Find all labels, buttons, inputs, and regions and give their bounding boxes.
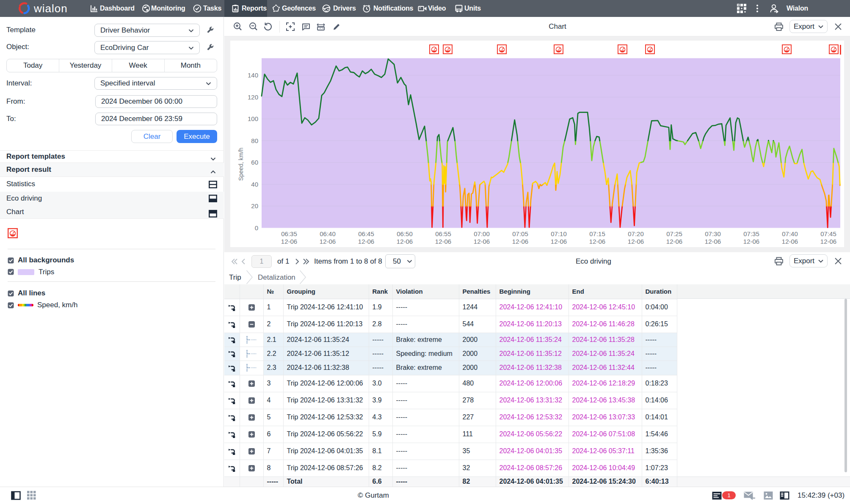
svg-text:06:45: 06:45 bbox=[358, 230, 374, 237]
svg-text:12-06: 12-06 bbox=[628, 238, 644, 245]
svg-text:12-06: 12-06 bbox=[435, 238, 451, 245]
svg-text:12-06: 12-06 bbox=[474, 238, 490, 245]
svg-text:Speed, km/h: Speed, km/h bbox=[237, 148, 244, 181]
svg-text:06:40: 06:40 bbox=[320, 230, 336, 237]
svg-text:12-06: 12-06 bbox=[281, 238, 297, 245]
svg-text:80: 80 bbox=[251, 137, 258, 144]
svg-text:12-06: 12-06 bbox=[782, 238, 798, 245]
svg-text:40: 40 bbox=[251, 181, 258, 188]
svg-text:12-06: 12-06 bbox=[743, 238, 759, 245]
svg-text:12-06: 12-06 bbox=[397, 238, 413, 245]
svg-text:12-06: 12-06 bbox=[320, 238, 336, 245]
svg-text:12-06: 12-06 bbox=[589, 238, 605, 245]
svg-text:06:50: 06:50 bbox=[397, 230, 413, 237]
svg-text:140: 140 bbox=[248, 72, 258, 79]
svg-text:60: 60 bbox=[251, 159, 258, 166]
svg-text:06:35: 06:35 bbox=[281, 230, 297, 237]
svg-text:12-06: 12-06 bbox=[820, 238, 836, 245]
svg-text:07:40: 07:40 bbox=[782, 230, 798, 237]
svg-text:12-06: 12-06 bbox=[512, 238, 528, 245]
svg-text:20: 20 bbox=[251, 202, 258, 209]
svg-text:07:20: 07:20 bbox=[628, 230, 644, 237]
svg-text:07:30: 07:30 bbox=[705, 230, 721, 237]
svg-text:06:55: 06:55 bbox=[435, 230, 451, 237]
svg-text:07:00: 07:00 bbox=[474, 230, 490, 237]
svg-text:12-06: 12-06 bbox=[705, 238, 721, 245]
svg-text:100: 100 bbox=[248, 115, 258, 122]
svg-text:12-06: 12-06 bbox=[666, 238, 682, 245]
svg-text:07:10: 07:10 bbox=[551, 230, 567, 237]
svg-text:120: 120 bbox=[248, 94, 258, 101]
svg-text:12-06: 12-06 bbox=[358, 238, 374, 245]
svg-text:07:35: 07:35 bbox=[743, 230, 759, 237]
svg-text:07:25: 07:25 bbox=[666, 230, 682, 237]
svg-text:07:15: 07:15 bbox=[589, 230, 605, 237]
svg-text:07:45: 07:45 bbox=[820, 230, 836, 237]
svg-text:0: 0 bbox=[255, 224, 258, 231]
svg-text:12-06: 12-06 bbox=[551, 238, 567, 245]
svg-text:07:05: 07:05 bbox=[512, 230, 528, 237]
